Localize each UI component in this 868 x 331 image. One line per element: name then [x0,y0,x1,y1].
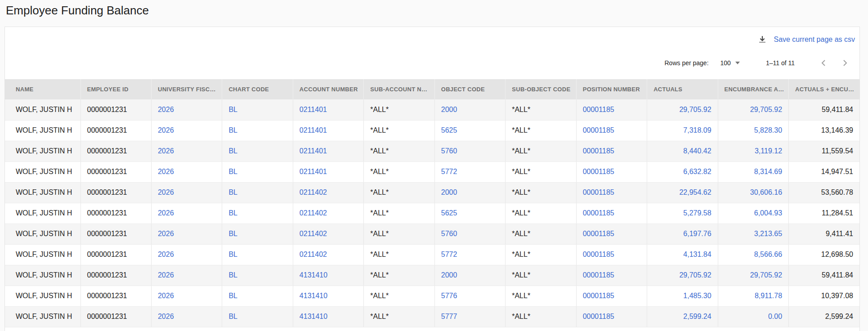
chart_code-link[interactable]: BL [228,313,237,320]
cell-position_number: 00001185 [576,99,647,120]
account_number-link[interactable]: 0211402 [300,250,327,258]
object_code-link[interactable]: 5760 [441,147,457,155]
actuals-link[interactable]: 4,131.84 [683,250,711,258]
account_number-link[interactable]: 0211402 [300,230,327,237]
actuals-link[interactable]: 22,954.62 [679,188,711,196]
cell-object_code: 2000 [434,182,505,203]
fiscal_year-link[interactable]: 2026 [158,271,174,279]
position_number-link[interactable]: 00001185 [583,168,614,175]
fiscal_year-link[interactable]: 2026 [158,313,174,320]
actuals-link[interactable]: 5,279.58 [683,209,711,217]
chart_code-link[interactable]: BL [228,168,237,175]
account_number-link[interactable]: 0211402 [300,188,327,196]
position_number-link[interactable]: 00001185 [583,292,614,300]
position_number-link[interactable]: 00001185 [583,126,614,134]
encumbrance-link[interactable]: 3,119.12 [755,147,782,155]
fiscal_year-link[interactable]: 2026 [158,126,174,134]
chart_code-link[interactable]: BL [228,292,237,300]
object_code-link[interactable]: 5777 [441,313,457,320]
cell-sub_account: *ALL* [364,244,434,265]
cell-actuals: 6,632.82 [647,161,718,182]
save-csv-link[interactable]: Save current page as csv [757,35,855,45]
account_number-link[interactable]: 0211401 [300,147,327,155]
cell-name: WOLF, JUSTIN H [5,244,81,265]
object_code-link[interactable]: 5772 [441,168,457,175]
actuals-link[interactable]: 1,485.30 [683,292,711,300]
chart_code-link[interactable]: BL [228,209,237,217]
rows-per-page-select[interactable]: 100 [720,59,740,67]
object_code-link[interactable]: 2000 [441,106,457,113]
cell-account_number: 0211402 [293,224,363,244]
actuals-link[interactable]: 8,440.42 [683,147,711,155]
chart_code-link[interactable]: BL [228,188,237,196]
actuals-link[interactable]: 29,705.92 [679,106,711,113]
account_number-link[interactable]: 4131410 [300,313,327,320]
encumbrance-link[interactable]: 6,004.93 [754,209,782,217]
object_code-link[interactable]: 5772 [441,250,457,258]
encumbrance-link[interactable]: 29,705.92 [750,106,782,113]
position_number-link[interactable]: 00001185 [583,271,614,279]
fiscal_year-link[interactable]: 2026 [158,106,174,113]
encumbrance-link[interactable]: 29,705.92 [750,271,782,279]
object_code-link[interactable]: 5625 [441,126,457,134]
object_code-link[interactable]: 2000 [441,188,457,196]
encumbrance-link[interactable]: 0.00 [768,313,782,320]
account_number-link[interactable]: 4131410 [300,271,327,279]
position_number-link[interactable]: 00001185 [583,250,614,258]
cell-account_number: 0211402 [293,244,363,265]
cell-employee_id: 0000001231 [81,141,151,161]
object_code-link[interactable]: 5776 [441,292,457,300]
position_number-link[interactable]: 00001185 [583,313,614,320]
previous-page-button[interactable] [818,58,829,68]
account_number-link[interactable]: 0211402 [300,209,327,217]
encumbrance-link[interactable]: 30,606.16 [750,188,782,196]
actuals-link[interactable]: 29,705.92 [679,271,711,279]
position_number-link[interactable]: 00001185 [583,230,614,237]
account_number-link[interactable]: 0211401 [300,106,327,113]
encumbrance-link[interactable]: 5,828.30 [754,126,782,134]
encumbrance-link[interactable]: 8,314.69 [754,168,782,175]
object_code-link[interactable]: 5625 [441,209,457,217]
cell-sub_object: *ALL* [506,161,576,182]
chart_code-link[interactable]: BL [228,230,237,237]
encumbrance-link[interactable]: 8,911.78 [755,292,782,300]
account_number-link[interactable]: 0211401 [300,168,327,175]
chart_code-link[interactable]: BL [228,147,237,155]
fiscal_year-link[interactable]: 2026 [158,147,174,155]
account_number-link[interactable]: 4131410 [300,292,327,300]
cell-actuals: 8,440.42 [647,141,718,161]
position_number-link[interactable]: 00001185 [583,106,614,113]
actuals-link[interactable]: 7,318.09 [683,126,711,134]
position_number-link[interactable]: 00001185 [583,188,614,196]
chart_code-link[interactable]: BL [228,271,237,279]
object_code-link[interactable]: 2000 [441,271,457,279]
cell-sub_object: *ALL* [506,224,576,244]
actuals-link[interactable]: 6,632.82 [683,168,711,175]
position_number-link[interactable]: 00001185 [583,147,614,155]
chart_code-link[interactable]: BL [228,106,237,113]
encumbrance-link[interactable]: 3,213.65 [754,230,782,237]
cell-position_number: 00001185 [576,306,647,327]
cell-encumbrance: 29,705.92 [718,265,788,286]
chart_code-link[interactable]: BL [228,250,237,258]
fiscal_year-link[interactable]: 2026 [158,168,174,175]
cell-encumbrance: 5,828.30 [718,120,788,141]
fiscal_year-link[interactable]: 2026 [158,209,174,217]
chart_code-link[interactable]: BL [228,126,237,134]
cell-position_number: 00001185 [576,265,647,286]
next-page-button[interactable] [840,58,850,68]
account_number-link[interactable]: 0211401 [300,126,327,134]
cell-actuals: 29,705.92 [647,265,718,286]
chevron-right-icon [840,58,850,68]
object_code-link[interactable]: 5760 [441,230,457,237]
fiscal_year-link[interactable]: 2026 [158,250,174,258]
column-header-name: NAME [5,79,81,99]
encumbrance-link[interactable]: 8,566.66 [754,250,782,258]
fiscal_year-link[interactable]: 2026 [158,230,174,237]
actuals-link[interactable]: 6,197.76 [683,230,711,237]
fiscal_year-link[interactable]: 2026 [158,292,174,300]
position_number-link[interactable]: 00001185 [583,209,614,217]
cell-actuals: 2,599.24 [647,306,718,327]
actuals-link[interactable]: 2,599.24 [683,313,711,320]
fiscal_year-link[interactable]: 2026 [158,188,174,196]
